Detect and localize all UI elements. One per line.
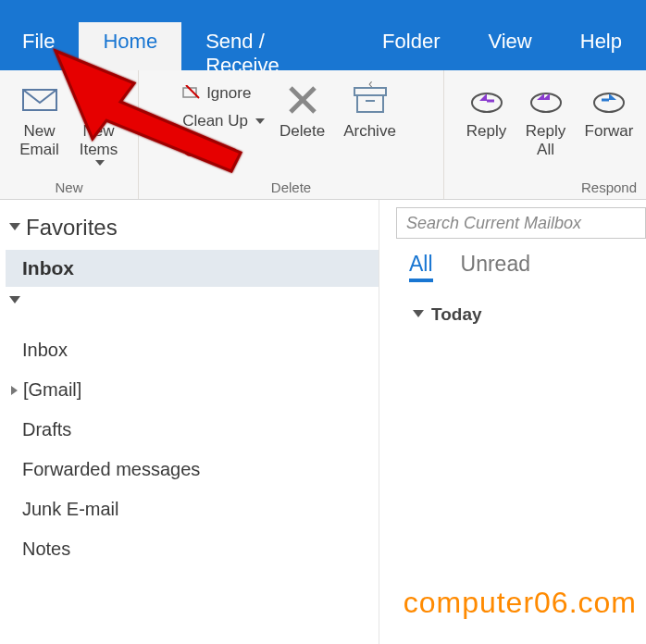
reply-button[interactable]: Reply bbox=[457, 76, 516, 164]
ribbon-group-new: New Email New Items New bbox=[0, 70, 139, 199]
folder-junk[interactable]: Junk E-mail bbox=[6, 489, 379, 529]
cleanup-button[interactable]: Clean Up bbox=[177, 107, 270, 135]
tab-help[interactable]: Help bbox=[556, 17, 646, 70]
junk-icon bbox=[182, 141, 201, 157]
account-collapse[interactable] bbox=[6, 287, 379, 330]
junk-label: Ju... bbox=[206, 140, 236, 158]
ignore-icon bbox=[182, 85, 201, 102]
triangle-right-icon bbox=[11, 386, 18, 395]
triangle-down-icon bbox=[9, 223, 20, 230]
reply-icon bbox=[466, 81, 507, 118]
tab-file[interactable]: File bbox=[7, 17, 79, 70]
forward-label: Forwar bbox=[585, 122, 634, 141]
group-respond-label: Respond bbox=[581, 180, 642, 197]
filter-tabs: All Unread bbox=[389, 239, 646, 288]
favorites-label: Favorites bbox=[26, 215, 118, 241]
junk-button[interactable]: Ju... bbox=[177, 135, 270, 163]
new-items-label: New Items bbox=[80, 122, 118, 160]
folder-gmail[interactable]: [Gmail] bbox=[6, 370, 379, 410]
delete-label: Delete bbox=[280, 122, 325, 141]
new-items-icon bbox=[79, 81, 119, 118]
tab-view[interactable]: View bbox=[464, 17, 555, 70]
folder-gmail-label: [Gmail] bbox=[23, 379, 81, 401]
envelope-icon bbox=[19, 81, 60, 118]
svg-line-6 bbox=[186, 144, 195, 154]
folder-inbox[interactable]: Inbox bbox=[6, 330, 379, 370]
message-pane: Search Current Mailbox All Unread Today bbox=[379, 200, 646, 644]
archive-label: Archive bbox=[343, 122, 396, 141]
collapse-caret-icon[interactable]: ‹ bbox=[368, 76, 373, 91]
search-input[interactable]: Search Current Mailbox bbox=[396, 207, 646, 239]
menu-tabs: File Home Send / Receive Folder View Hel… bbox=[0, 17, 646, 70]
folder-notes[interactable]: Notes bbox=[6, 529, 379, 569]
tab-folder[interactable]: Folder bbox=[358, 17, 464, 70]
ignore-label: Ignore bbox=[206, 84, 251, 103]
delete-button[interactable]: Delete bbox=[270, 76, 334, 144]
svg-point-2 bbox=[87, 104, 96, 113]
forward-icon bbox=[589, 81, 629, 118]
forward-button[interactable]: Forwar bbox=[576, 76, 634, 164]
filter-all[interactable]: All bbox=[409, 252, 433, 282]
reply-all-button[interactable]: Reply All bbox=[516, 76, 576, 164]
reply-label: Reply bbox=[466, 122, 506, 141]
folder-drafts[interactable]: Drafts bbox=[6, 410, 379, 450]
reply-all-label: Reply All bbox=[526, 122, 565, 160]
chevron-down-icon bbox=[255, 118, 265, 124]
folder-pane: Favorites Inbox Inbox [Gmail] Drafts For… bbox=[0, 200, 379, 644]
tab-send-receive[interactable]: Send / Receive bbox=[181, 17, 358, 70]
delete-x-icon bbox=[282, 81, 323, 118]
folder-forwarded[interactable]: Forwarded messages bbox=[6, 450, 379, 489]
favorites-inbox[interactable]: Inbox bbox=[6, 250, 379, 287]
content-area: Favorites Inbox Inbox [Gmail] Drafts For… bbox=[0, 200, 646, 644]
ribbon: ‹ New Email New Items New bbox=[0, 70, 646, 200]
new-items-button[interactable]: New Items bbox=[69, 76, 129, 169]
reply-all-icon bbox=[526, 81, 566, 118]
tab-home[interactable]: Home bbox=[79, 22, 181, 70]
cleanup-label: Clean Up bbox=[182, 112, 248, 130]
new-email-label: New Email bbox=[19, 122, 59, 160]
ignore-button[interactable]: Ignore bbox=[177, 80, 270, 107]
titlebar bbox=[0, 0, 646, 17]
filter-unread[interactable]: Unread bbox=[461, 252, 530, 282]
date-group-label: Today bbox=[431, 304, 482, 325]
date-group-today[interactable]: Today bbox=[389, 288, 646, 325]
svg-line-4 bbox=[186, 85, 199, 98]
svg-point-14 bbox=[531, 93, 561, 112]
group-delete-label: Delete bbox=[271, 180, 311, 197]
group-new-label: New bbox=[55, 180, 82, 197]
triangle-down-icon bbox=[9, 296, 20, 324]
search-placeholder: Search Current Mailbox bbox=[406, 214, 581, 233]
ribbon-group-respond: Reply Reply All Forwar Respond bbox=[444, 70, 646, 199]
triangle-down-icon bbox=[413, 310, 424, 317]
svg-rect-10 bbox=[357, 95, 383, 112]
watermark: computer06.com bbox=[404, 586, 637, 620]
ribbon-group-delete: Ignore Clean Up Ju... Delete bbox=[139, 70, 444, 199]
new-email-button[interactable]: New Email bbox=[10, 76, 69, 169]
chevron-down-icon bbox=[95, 160, 105, 166]
favorites-header[interactable]: Favorites bbox=[6, 209, 379, 250]
